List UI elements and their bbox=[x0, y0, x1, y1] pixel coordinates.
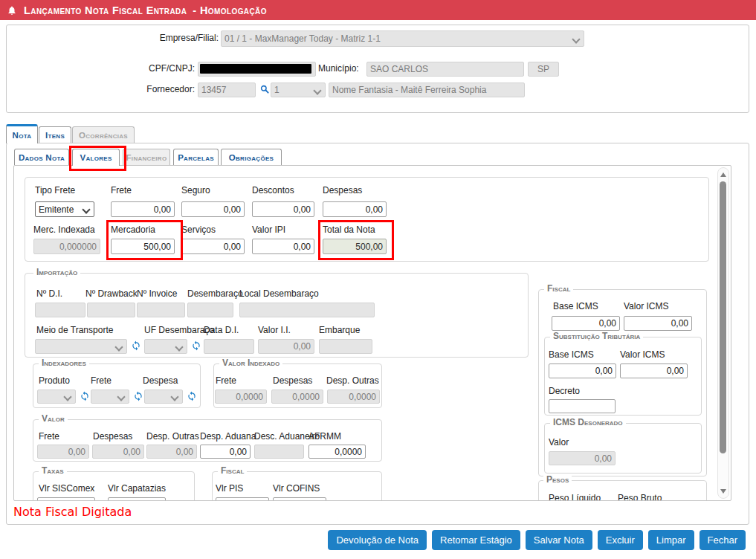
data-di-field bbox=[204, 339, 254, 354]
tipo-frete-select[interactable]: Emitente bbox=[35, 201, 94, 217]
icms-desonerado-valor-label: Valor bbox=[549, 438, 569, 447]
decreto-input[interactable] bbox=[549, 399, 616, 413]
vi-frete-label: Frete bbox=[216, 376, 236, 386]
vlr-siscomex-label: Vlr SISComex bbox=[39, 484, 94, 494]
chevron-down-icon bbox=[170, 392, 178, 401]
indexador-despesa-label: Despesa bbox=[143, 376, 178, 386]
data-di-label: Data D.I. bbox=[204, 326, 239, 335]
scrollbar-down-arrow[interactable] bbox=[720, 489, 726, 494]
n-invoice-field bbox=[137, 303, 185, 317]
n-di-label: Nº D.I. bbox=[36, 289, 62, 299]
vi-despesas-field: 0,0000 bbox=[271, 390, 323, 404]
tab-nota[interactable]: Nota bbox=[6, 124, 38, 143]
chevron-down-icon bbox=[175, 343, 183, 351]
tab-obrigacoes[interactable]: Obrigações bbox=[221, 149, 282, 165]
municipio-field: SAO CARLOS bbox=[366, 62, 524, 77]
descontos-label: Descontos bbox=[252, 186, 294, 196]
valor-ipi-label: Valor IPI bbox=[252, 225, 285, 235]
fiscal-valor-icms-input[interactable]: 0,00 bbox=[624, 316, 692, 331]
refresh-indexador-despesa-icon[interactable] bbox=[186, 390, 197, 401]
tab-valores[interactable]: Valores bbox=[72, 149, 120, 166]
fechar-button[interactable]: Fechar bbox=[700, 530, 746, 550]
chevron-down-icon bbox=[313, 86, 321, 94]
fiscal-base-icms-input[interactable]: 0,00 bbox=[552, 316, 620, 331]
icms-desonerado-legend: ICMS Desonerado bbox=[550, 417, 626, 427]
st-valor-icms-input[interactable]: 0,00 bbox=[620, 363, 688, 378]
desembaraco-field bbox=[187, 303, 233, 317]
valor-desp-aduana-input[interactable]: 0,00 bbox=[200, 445, 251, 459]
n-drawback-field bbox=[87, 303, 135, 317]
total-da-nota-label: Total da Nota bbox=[323, 225, 375, 235]
peso-liquido-label: Peso Líquido bbox=[549, 494, 601, 501]
refresh-uf-desembaraco-icon[interactable] bbox=[190, 340, 201, 351]
tab-itens[interactable]: Itens bbox=[39, 126, 71, 143]
importacao-legend: Importação bbox=[33, 267, 80, 277]
vi-despesas-label: Despesas bbox=[273, 376, 312, 386]
chevron-down-icon bbox=[572, 35, 580, 43]
frete-input[interactable]: 0,00 bbox=[111, 201, 175, 217]
limpar-button[interactable]: Limpar bbox=[648, 530, 694, 550]
vlr-cofins-input[interactable] bbox=[273, 497, 326, 501]
mercadoria-input[interactable]: 500,00 bbox=[111, 239, 175, 254]
embarque-field bbox=[319, 339, 372, 354]
pesos-legend: Pesos bbox=[543, 474, 572, 485]
retomar-estagio-button[interactable]: Retomar Estágio bbox=[432, 530, 520, 550]
excluir-button[interactable]: Excluir bbox=[598, 530, 643, 550]
valor-desp-outras-label: Desp. Outras bbox=[146, 432, 199, 442]
decreto-label: Decreto bbox=[549, 387, 580, 396]
vlr-pis-input[interactable] bbox=[216, 497, 269, 501]
servicos-label: Serviços bbox=[181, 225, 216, 235]
servicos-input[interactable]: 0,00 bbox=[181, 239, 245, 254]
uf-field: SP bbox=[528, 62, 559, 77]
despesas-input[interactable]: 0,00 bbox=[323, 201, 387, 217]
st-valor-icms-label: Valor ICMS bbox=[620, 350, 665, 360]
peso-bruto-label: Peso Bruto bbox=[618, 494, 662, 501]
vertical-scrollbar[interactable] bbox=[717, 167, 729, 499]
refresh-indexador-frete-icon[interactable] bbox=[132, 390, 143, 401]
vi-desp-outras-field: 0,0000 bbox=[327, 390, 380, 404]
fornecedor-code-field: 13457 bbox=[198, 83, 256, 97]
valor-despesas-field: 0,00 bbox=[92, 445, 144, 459]
valor-ii-label: Valor I.I. bbox=[258, 326, 291, 335]
merc-indexada-field: 0,000000 bbox=[33, 239, 100, 254]
indexadores-legend: Indexadores bbox=[39, 358, 89, 368]
local-desembaraco-label: Local Desembaraço bbox=[239, 289, 319, 299]
chevron-down-icon bbox=[82, 205, 90, 213]
taxas-legend: Taxas bbox=[39, 465, 67, 476]
redacted-cnpj-value bbox=[200, 64, 311, 74]
municipio-label: Município: bbox=[318, 64, 359, 74]
indexador-produto-label: Produto bbox=[39, 376, 70, 386]
fiscal-legend: Fiscal bbox=[544, 283, 573, 294]
icms-desonerado-group bbox=[544, 423, 702, 474]
scrollbar-thumb[interactable] bbox=[720, 181, 726, 453]
fornecedor-label: Fornecedor: bbox=[119, 85, 195, 94]
tab-dados-nota[interactable]: Dados Nota bbox=[14, 149, 69, 165]
seguro-input[interactable]: 0,00 bbox=[181, 201, 245, 217]
valor-despesas-label: Despesas bbox=[93, 432, 132, 442]
descontos-input[interactable]: 0,00 bbox=[252, 201, 314, 217]
chevron-down-icon bbox=[63, 392, 71, 401]
st-base-icms-input[interactable]: 0,00 bbox=[549, 363, 616, 378]
vlr-cofins-label: Vlr COFINS bbox=[273, 484, 320, 494]
tab-parcelas[interactable]: Parcelas bbox=[173, 149, 219, 165]
desembaraco-label: Desembaraço bbox=[187, 289, 243, 299]
vlr-capatazias-input[interactable] bbox=[108, 497, 166, 501]
search-icon[interactable] bbox=[259, 83, 271, 95]
scrollbar-up-arrow[interactable] bbox=[720, 172, 726, 177]
n-invoice-label: Nº Invoice bbox=[137, 289, 177, 299]
valor-frete-label: Frete bbox=[39, 432, 59, 442]
cpf-cnpj-label: CPF/CNPJ: bbox=[119, 64, 195, 74]
valores-content-panel: Tipo Frete Frete Seguro Descontos Despes… bbox=[13, 165, 731, 501]
refresh-meio-transporte-icon[interactable] bbox=[130, 340, 141, 351]
tab-ocorrencias: Ocorrências bbox=[72, 126, 135, 143]
total-da-nota-field: 500,00 bbox=[323, 239, 387, 254]
page-subtitle: - Homologação bbox=[193, 4, 267, 16]
salvar-nota-button[interactable]: Salvar Nota bbox=[526, 530, 592, 550]
valor-desc-aduaneiro-field bbox=[254, 445, 304, 459]
vlr-siscomex-input[interactable] bbox=[37, 497, 95, 501]
valor-ipi-input[interactable]: 0,00 bbox=[252, 239, 314, 254]
refresh-indexador-produto-icon[interactable] bbox=[79, 390, 90, 401]
valor-afrmm-input[interactable]: 0,0000 bbox=[308, 445, 366, 459]
valor-ii-field: 0,00 bbox=[258, 339, 314, 354]
devolucao-de-nota-button[interactable]: Devolução de Nota bbox=[328, 530, 427, 550]
